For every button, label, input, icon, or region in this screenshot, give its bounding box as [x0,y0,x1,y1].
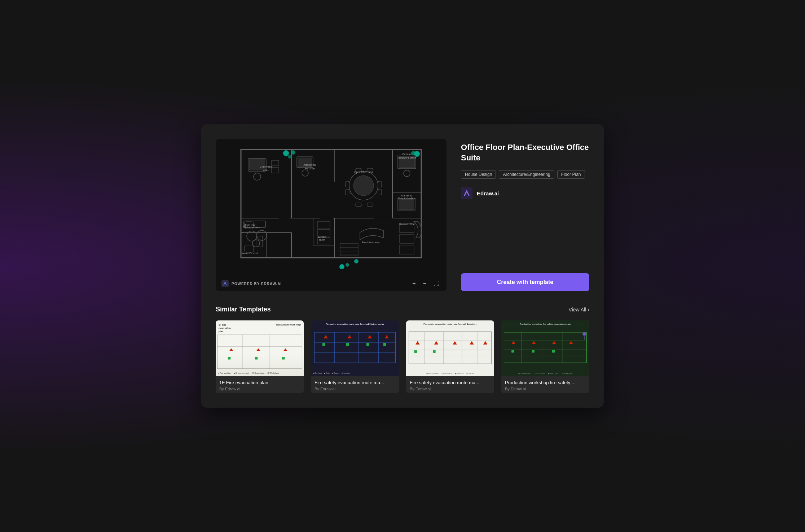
svg-text:Director's office: Director's office [398,197,415,200]
powered-by: POWERED BY EDRAW.AI [221,280,282,287]
template-card-info-3: Fire safety evacuation route ma... By Ed… [406,376,494,393]
svg-text:Chairman's: Chairman's [260,165,273,168]
svg-marker-130 [552,341,556,344]
svg-rect-136 [552,350,555,353]
preview-panel: Chairman's office Administrat ive office… [216,139,447,291]
template-card-name-4: Production workshop fire safety ... [505,380,586,385]
template-title: Office Floor Plan-Executive Office Suite [461,142,589,163]
svg-text:Open office area: Open office area [354,171,373,174]
svg-rect-119 [414,350,417,353]
svg-rect-134 [511,350,514,353]
template-card-4[interactable]: Production workshop fire safety evacuati… [501,320,589,393]
svg-rect-25 [249,160,265,170]
app-window: Chairman's office Administrat ive office… [201,124,604,408]
svg-rect-105 [383,343,386,346]
svg-text:Front desk area: Front desk area [362,241,379,244]
thumb-svg-4 [501,320,589,376]
svg-marker-87 [256,349,260,351]
svg-text:Man's toilet: Man's toilet [243,224,256,226]
svg-text:General: General [402,153,412,155]
preview-controls: + − ⛶ [411,280,441,288]
template-thumbnail-2: Fire safety evacuation route map for reh… [311,320,399,376]
svg-marker-114 [415,341,419,344]
fullscreen-button[interactable]: ⛶ [432,280,441,288]
svg-rect-104 [366,343,369,346]
svg-point-22 [346,263,349,267]
svg-rect-91 [282,357,285,360]
info-panel: Office Floor Plan-Executive Office Suite… [461,139,589,291]
svg-text:Water bar area: Water bar area [243,226,260,229]
svg-marker-98 [324,335,328,338]
svg-marker-129 [532,341,536,344]
svg-text:Administrat: Administrat [303,164,316,166]
svg-text:ive office: ive office [305,167,315,170]
svg-text:room: room [319,239,325,241]
template-card-author-3: By Edraw.ai [410,387,491,391]
template-card-name-1: 1F Fire evacuation plan [219,380,300,385]
svg-rect-90 [255,357,258,360]
svg-marker-116 [453,341,457,344]
author-name: Edraw.ai [477,190,499,196]
svg-marker-117 [470,341,474,344]
svg-text:office: office [263,169,269,172]
template-thumbnail-1: 1F Fireevacuationplan Evacuation route m… [216,320,304,376]
svg-point-132 [582,332,586,336]
svg-marker-118 [483,341,487,344]
author-row: Edraw.ai [461,187,589,199]
thumb-svg-3 [406,320,494,376]
svg-rect-103 [346,343,349,346]
svg-rect-120 [433,350,436,353]
powered-by-text: POWERED BY EDRAW.AI [232,282,282,286]
template-card-info-4: Production workshop fire safety ... By E… [501,376,589,393]
template-card-info-2: Fire safety evacuation route ma... By Ed… [311,376,399,393]
template-card-name-3: Fire safety evacuation route ma... [410,380,491,385]
svg-point-16 [283,150,289,156]
template-card-1[interactable]: 1F Fireevacuationplan Evacuation route m… [216,320,304,393]
template-card-info-1: 1F Fire evacuation plan By Edraw.ai [216,376,304,393]
thumb-legend-3: ◉ Your position⬡ Evacuation▶ Fire Exit⊕ … [406,372,494,374]
svg-point-33 [353,176,374,196]
zoom-in-button[interactable]: + [411,280,417,288]
template-card-2[interactable]: Fire safety evacuation route map for reh… [311,320,399,393]
floor-plan-svg: Chairman's office Administrat ive office… [216,139,447,276]
svg-rect-80 [221,280,229,287]
thumb-legend-4: ◉ Your Position⬡ Fire System▶ Fire Optio… [501,372,589,374]
template-card-author-4: By Edraw.ai [505,387,586,391]
author-logo [461,187,472,199]
thumb-legend-1: ● Your position ■ Emergency exit ⬡ Evacu… [218,372,279,374]
template-card-author-2: By Edraw.ai [314,387,395,391]
top-section: Chairman's office Administrat ive office… [216,139,589,291]
svg-text:Archive: Archive [318,236,326,238]
svg-point-17 [291,150,295,155]
template-card-3[interactable]: Fire safety evacuation route map for sta… [406,320,494,393]
svg-text:General office: General office [399,223,415,226]
svg-rect-81 [461,187,472,199]
svg-rect-121 [504,332,587,363]
view-all-link[interactable]: View All › [569,307,589,312]
similar-section: Similar Templates View All › 1F Fireevac… [216,306,589,393]
chevron-right-icon: › [588,307,589,312]
svg-marker-99 [347,335,351,338]
svg-marker-86 [229,349,233,351]
similar-title: Similar Templates [216,306,271,313]
svg-rect-46 [399,199,414,210]
create-with-template-button[interactable]: Create with template [461,273,589,291]
thumb-svg-2 [311,320,399,376]
tag-house-design[interactable]: House Design [461,170,496,179]
author-logo-icon [461,187,472,199]
svg-point-23 [354,259,358,263]
tag-architecture[interactable]: Architecture/Engineering [499,170,554,179]
svg-marker-115 [434,341,438,344]
template-thumbnail-4: Production workshop fire safety evacuati… [501,320,589,376]
svg-point-20 [411,151,415,155]
svg-rect-106 [409,332,492,364]
svg-point-21 [339,264,344,269]
template-grid: 1F Fireevacuationplan Evacuation route m… [216,320,589,393]
template-card-author-1: By Edraw.ai [219,387,300,391]
svg-marker-100 [368,335,372,338]
tag-floor-plan[interactable]: Floor Plan [557,170,585,179]
svg-rect-82 [217,335,302,369]
svg-point-18 [288,155,291,159]
thumb-legend-2: ◉ Symbols■ Exits▶ Routes⊕ Location [313,372,350,374]
zoom-out-button[interactable]: − [422,280,428,288]
